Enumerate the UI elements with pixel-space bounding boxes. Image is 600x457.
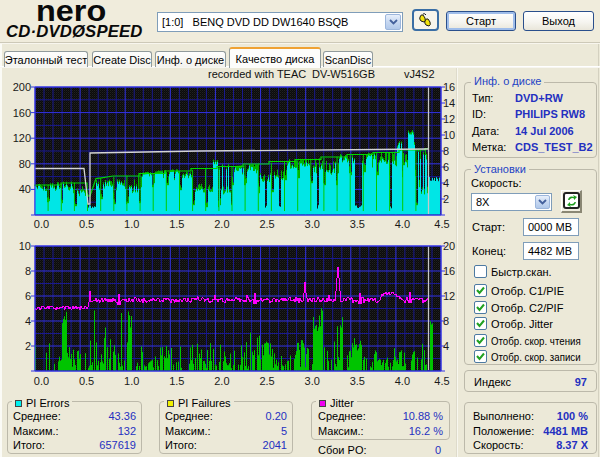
- svg-text:3.0: 3.0: [305, 218, 320, 230]
- svg-text:1.5: 1.5: [169, 375, 184, 387]
- svg-text:40: 40: [19, 183, 31, 195]
- svg-text:0.0: 0.0: [34, 375, 49, 387]
- svg-text:8: 8: [443, 315, 449, 327]
- svg-text:12: 12: [443, 113, 455, 125]
- svg-text:10: 10: [19, 240, 31, 252]
- svg-text:6: 6: [25, 290, 31, 302]
- svg-text:2.0: 2.0: [214, 218, 229, 230]
- svg-text:14: 14: [443, 97, 455, 109]
- svg-text:160: 160: [13, 107, 31, 119]
- svg-text:recorded with TEAC: recorded with TEAC: [208, 68, 306, 80]
- svg-text:16: 16: [443, 265, 455, 277]
- svg-text:4: 4: [25, 315, 31, 327]
- svg-text:2.5: 2.5: [259, 218, 274, 230]
- svg-text:DV-W516GB: DV-W516GB: [312, 68, 375, 80]
- svg-text:1.0: 1.0: [124, 218, 139, 230]
- svg-text:8: 8: [443, 145, 449, 157]
- svg-text:1.5: 1.5: [169, 218, 184, 230]
- svg-text:4.5: 4.5: [434, 375, 449, 387]
- svg-text:3.0: 3.0: [305, 375, 320, 387]
- svg-text:6: 6: [443, 161, 449, 173]
- svg-text:8: 8: [25, 265, 31, 277]
- svg-text:200: 200: [13, 81, 31, 93]
- svg-text:0.0: 0.0: [34, 218, 49, 230]
- svg-text:2: 2: [25, 340, 31, 352]
- svg-text:4.0: 4.0: [395, 218, 410, 230]
- svg-text:4.5: 4.5: [434, 218, 449, 230]
- svg-text:80: 80: [19, 158, 31, 170]
- svg-text:12: 12: [443, 290, 455, 302]
- svg-text:0.5: 0.5: [79, 375, 94, 387]
- svg-text:2: 2: [443, 193, 449, 205]
- svg-text:4: 4: [443, 340, 449, 352]
- svg-text:4: 4: [443, 177, 449, 189]
- svg-text:2.0: 2.0: [214, 375, 229, 387]
- svg-text:20: 20: [443, 240, 455, 252]
- svg-text:4.0: 4.0: [395, 375, 410, 387]
- svg-text:16: 16: [443, 81, 455, 93]
- svg-text:3.5: 3.5: [350, 218, 365, 230]
- svg-text:3.5: 3.5: [350, 375, 365, 387]
- svg-text:10: 10: [443, 129, 455, 141]
- svg-text:0.5: 0.5: [79, 218, 94, 230]
- svg-text:1.0: 1.0: [124, 375, 139, 387]
- svg-text:vJ4S2: vJ4S2: [404, 68, 435, 80]
- svg-text:2.5: 2.5: [259, 375, 274, 387]
- svg-text:120: 120: [13, 132, 31, 144]
